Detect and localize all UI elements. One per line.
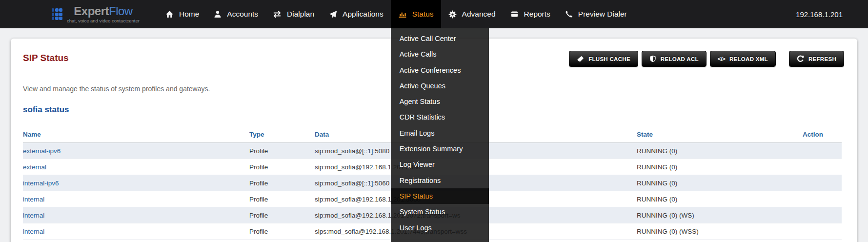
column-header-type[interactable]: Type	[249, 131, 315, 143]
paper-plane-icon	[329, 10, 337, 19]
cell-type: Profile	[249, 175, 315, 191]
status-menu-item-registrations[interactable]: Registrations	[391, 173, 489, 188]
button-label: FLUSH CACHE	[588, 56, 630, 62]
status-menu-item-agent-status[interactable]: Agent Status	[391, 94, 489, 109]
nav-item-label: Advanced	[462, 10, 496, 19]
cell-action	[803, 175, 842, 191]
cell-state: RUNNING (0)	[637, 191, 803, 207]
flush-cache-button[interactable]: FLUSH CACHE	[569, 51, 638, 67]
nav-item-accounts[interactable]: Accounts	[206, 0, 265, 28]
top-navbar: ExpertFlow chat, voice and video contact…	[0, 0, 868, 28]
nav-item-applications[interactable]: Applications	[322, 0, 391, 28]
status-menu-item-log-viewer[interactable]: Log Viewer	[391, 157, 489, 172]
profile-link[interactable]: internal-ipv6	[23, 180, 59, 187]
profile-link[interactable]: internal	[23, 228, 44, 235]
cell-state: RUNNING (0) (WSS)	[637, 223, 803, 240]
button-label: RELOAD ACL	[661, 56, 699, 62]
nav-item-label: Preview Dialer	[578, 10, 627, 19]
button-label: RELOAD XML	[729, 56, 768, 62]
phone-icon	[565, 10, 573, 18]
column-header-name[interactable]: Name	[23, 131, 249, 143]
cell-action	[803, 143, 842, 159]
cell-action	[803, 207, 842, 223]
nav-item-label: Applications	[343, 10, 384, 19]
nav-item-preview-dialer[interactable]: Preview Dialer	[558, 0, 634, 28]
profile-link[interactable]: internal	[23, 196, 44, 203]
bar-chart-icon	[398, 10, 407, 19]
cell-name: internal-ipv6	[23, 175, 249, 191]
cell-name: internal	[23, 191, 249, 207]
eraser-icon	[577, 56, 584, 62]
exchange-icon	[273, 11, 282, 18]
status-menu-item-extension-summary[interactable]: Extension Summary	[391, 141, 489, 157]
expertflow-logo[interactable]: ExpertFlow chat, voice and video contact…	[52, 0, 140, 28]
cell-state: RUNNING (0) (WS)	[637, 207, 803, 223]
cell-state: RUNNING (0)	[637, 159, 803, 175]
shield-icon	[649, 55, 656, 62]
nav-item-label: Reports	[524, 10, 550, 19]
cell-name: internal	[23, 207, 249, 223]
cell-action	[803, 191, 842, 207]
cell-state: RUNNING (0)	[637, 143, 803, 159]
nav-item-label: Dialplan	[287, 10, 314, 19]
nav-item-label: Status	[412, 10, 434, 19]
status-menu-item-active-conferences[interactable]: Active Conferences	[391, 62, 489, 78]
status-menu-item-sip-status[interactable]: SIP Status	[391, 188, 489, 204]
status-menu-item-system-status[interactable]: System Status	[391, 204, 489, 220]
brand-name: ExpertFlow	[74, 5, 132, 17]
status-menu-item-active-calls[interactable]: Active Calls	[391, 46, 489, 62]
cell-type: Profile	[249, 191, 315, 207]
reload-xml-button[interactable]: </> RELOAD XML	[710, 51, 776, 67]
refresh-button[interactable]: REFRESH	[789, 51, 844, 67]
cell-name: external-ipv6	[23, 143, 249, 159]
cell-type: Profile	[249, 207, 315, 223]
profile-link[interactable]: external-ipv6	[23, 147, 61, 155]
home-icon	[165, 10, 174, 19]
cell-name: external	[23, 159, 249, 175]
status-menu-item-email-logs[interactable]: Email Logs	[391, 125, 489, 141]
nav-item-reports[interactable]: Reports	[503, 0, 558, 28]
nav-item-advanced[interactable]: Advanced	[441, 0, 503, 28]
code-icon: </>	[718, 56, 725, 62]
toolbar: FLUSH CACHE RELOAD ACL </> RELOAD XML RE…	[565, 51, 844, 67]
status-menu-item-cdr-statistics[interactable]: CDR Statistics	[391, 109, 489, 125]
nav-item-home[interactable]: Home	[158, 0, 206, 28]
cell-name: internal	[23, 223, 249, 240]
archive-icon	[510, 10, 519, 18]
profile-link[interactable]: internal	[23, 212, 44, 219]
nav-item-label: Home	[179, 10, 199, 19]
column-header-action[interactable]: Action	[803, 131, 842, 143]
refresh-icon	[797, 55, 804, 62]
button-label: REFRESH	[808, 56, 836, 62]
nav-item-status[interactable]: Status Active Call CenterActive CallsAct…	[391, 0, 441, 28]
profile-link[interactable]: external	[23, 163, 46, 171]
cell-action	[803, 223, 842, 240]
server-ip: 192.168.1.201	[796, 10, 843, 19]
cell-type: Profile	[249, 223, 315, 240]
main-nav: Home Accounts Dialplan Applications Stat…	[158, 0, 634, 28]
cell-state: RUNNING (0)	[637, 175, 803, 191]
expertflow-logo-icon	[52, 8, 63, 20]
cell-type: Profile	[249, 143, 315, 159]
gear-icon	[448, 10, 457, 19]
nav-item-label: Accounts	[227, 10, 258, 19]
cell-type: Profile	[249, 159, 315, 175]
brand-tagline: chat, voice and video contactcenter	[67, 18, 140, 23]
column-header-state[interactable]: State	[637, 131, 803, 143]
status-menu-item-user-logs[interactable]: User Logs	[391, 220, 489, 236]
cell-action	[803, 159, 842, 175]
status-dropdown-menu: Active Call CenterActive CallsActive Con…	[391, 28, 489, 242]
user-icon	[214, 10, 222, 18]
nav-item-dialplan[interactable]: Dialplan	[265, 0, 322, 28]
reload-acl-button[interactable]: RELOAD ACL	[642, 51, 707, 67]
status-menu-item-active-queues[interactable]: Active Queues	[391, 78, 489, 94]
status-menu-item-active-call-center[interactable]: Active Call Center	[391, 31, 489, 46]
